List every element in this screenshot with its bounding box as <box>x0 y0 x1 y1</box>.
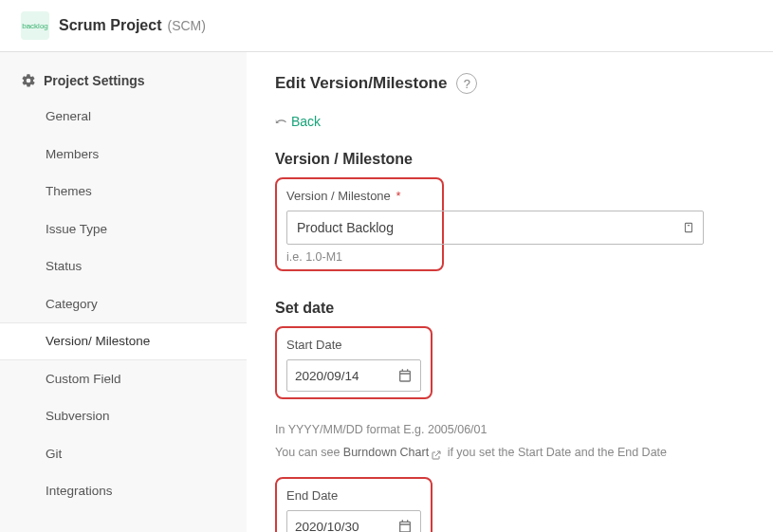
start-date-hint2: You can see Burndown Chart if you set th… <box>275 443 748 462</box>
sidebar-item-git[interactable]: Git <box>0 435 247 473</box>
start-date-highlight-box: Start Date 2020/09/14 <box>275 326 433 399</box>
page-title: Edit Version/Milestone <box>275 74 447 93</box>
version-field-label-text: Version / Milestone <box>286 189 391 203</box>
main-content: Edit Version/Milestone ? ⤺ Back Version … <box>247 52 773 532</box>
burndown-chart-link[interactable]: Burndown Chart <box>343 446 429 459</box>
required-asterisk: * <box>396 189 400 203</box>
version-highlight-box: Version / Milestone * Product Backlog i.… <box>275 177 444 271</box>
sidebar-item-custom-field[interactable]: Custom Field <box>0 360 247 398</box>
sidebar-item-subversion[interactable]: Subversion <box>0 397 247 435</box>
sidebar-item-integrations[interactable]: Integrations <box>0 472 247 510</box>
back-link[interactable]: Back <box>291 114 321 129</box>
svg-rect-0 <box>686 223 692 231</box>
sidebar-item-members[interactable]: Members <box>0 136 247 174</box>
sidebar-item-version-milestone[interactable]: Version/ Milestone <box>0 322 247 360</box>
sidebar-item-issue-type[interactable]: Issue Type <box>0 211 247 248</box>
input-bookmark-icon <box>682 221 695 234</box>
start-date-value: 2020/09/14 <box>295 369 397 383</box>
version-hint: i.e. 1.0-M1 <box>286 250 433 264</box>
start-hint2-post: if you set the Start Date and the End Da… <box>444 446 667 459</box>
page-title-row: Edit Version/Milestone ? <box>275 73 748 94</box>
start-date-input[interactable]: 2020/09/14 <box>286 359 421 392</box>
section-date-heading: Set date <box>275 300 748 317</box>
end-date-highlight-box: End Date 2020/10/30 <box>275 477 433 532</box>
version-input-value: Product Backlog <box>297 220 693 235</box>
end-date-value: 2020/10/30 <box>295 520 397 533</box>
header: backlog Scrum Project (SCM) <box>0 0 773 52</box>
body: Project Settings General Members Themes … <box>0 52 773 532</box>
gear-icon <box>21 73 36 88</box>
sidebar-heading: Project Settings <box>0 73 247 98</box>
start-hint2-pre: You can see <box>275 446 343 459</box>
version-input[interactable]: Product Backlog <box>286 211 704 245</box>
calendar-icon[interactable] <box>397 368 413 383</box>
sidebar-list: General Members Themes Issue Type Status… <box>0 98 247 510</box>
start-date-label: Start Date <box>286 338 421 352</box>
backlog-logo: backlog <box>21 11 49 40</box>
help-icon[interactable]: ? <box>456 73 477 94</box>
version-field-label: Version / Milestone * <box>286 189 433 203</box>
back-row: ⤺ Back <box>275 113 748 130</box>
sidebar-item-status[interactable]: Status <box>0 248 247 285</box>
project-title: Scrum Project <box>59 17 161 34</box>
sidebar-item-general[interactable]: General <box>0 98 247 136</box>
section-version-heading: Version / Milestone <box>275 151 748 168</box>
calendar-icon[interactable] <box>397 519 413 532</box>
undo-icon: ⤺ <box>275 113 287 130</box>
start-date-block: Start Date 2020/09/14 In YYYY/MM/DD form… <box>275 326 748 462</box>
end-date-input[interactable]: 2020/10/30 <box>286 510 421 532</box>
end-date-block: End Date 2020/10/30 In YYYY/MM/DD format… <box>275 477 748 532</box>
sidebar: Project Settings General Members Themes … <box>0 52 247 532</box>
sidebar-heading-label: Project Settings <box>44 73 145 88</box>
sidebar-item-themes[interactable]: Themes <box>0 173 247 211</box>
external-link-icon <box>431 448 442 459</box>
start-date-hint1: In YYYY/MM/DD format E.g. 2005/06/01 <box>275 420 748 439</box>
project-key: (SCM) <box>167 18 205 33</box>
sidebar-item-category[interactable]: Category <box>0 285 247 323</box>
end-date-label: End Date <box>286 488 421 503</box>
